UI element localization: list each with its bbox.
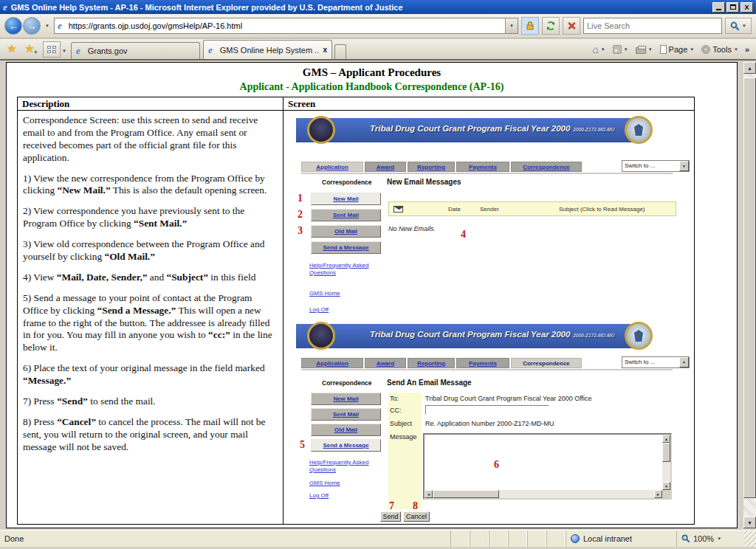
scroll-left-icon[interactable]: ◄ — [425, 490, 433, 498]
callout-2: 2 — [298, 209, 303, 221]
gms-new-mail-button[interactable]: New Mail — [311, 193, 381, 205]
gms-tab-reporting[interactable]: Reporting — [408, 358, 455, 368]
gms-sidebar-heading: Correspondence — [322, 179, 372, 186]
gms-tab-correspondence[interactable]: Correspondence — [511, 358, 582, 368]
gms-tab-application[interactable]: Application — [301, 162, 363, 172]
status-message: Done — [0, 531, 450, 547]
callout-6: 6 — [494, 459, 499, 471]
message-horizontal-scrollbar[interactable]: ◄ ► — [425, 490, 662, 498]
print-button[interactable]: ▼ — [633, 44, 656, 55]
history-dropdown-icon[interactable]: ▼ — [44, 24, 51, 28]
gms-tab-application[interactable]: Application — [301, 358, 363, 368]
description-cell: Correspondence Screen: use this screen t… — [18, 111, 284, 524]
chevron-down-icon[interactable]: ▼ — [679, 161, 689, 171]
tab-favicon-icon: e — [208, 44, 213, 56]
live-search-box[interactable] — [583, 18, 722, 34]
new-tab-stub[interactable] — [334, 44, 346, 59]
home-button[interactable]: ⌂▼ — [589, 44, 608, 55]
page-menu-button[interactable]: Page▼ — [657, 44, 698, 55]
gear-icon — [701, 45, 710, 54]
close-button[interactable]: X — [740, 2, 753, 13]
gms-home-link[interactable]: GMS Home — [309, 480, 372, 487]
tab-list-dropdown-icon[interactable]: ▼ — [61, 49, 68, 53]
tab-close-icon[interactable]: x — [323, 46, 327, 54]
stop-button[interactable] — [563, 17, 580, 35]
scrollbar-thumb[interactable] — [433, 490, 499, 498]
search-options-icon[interactable]: ▼ — [742, 24, 746, 28]
gms-sidebar-heading: Correspondence — [322, 379, 372, 387]
gms-sent-mail-button[interactable]: Sent Mail — [311, 209, 381, 221]
printer-icon — [636, 47, 646, 54]
tab-grants-gov[interactable]: e Grants.gov — [71, 42, 200, 59]
scroll-down-icon[interactable]: ▼ — [662, 482, 670, 490]
add-favorite-button[interactable]: ★+ — [21, 40, 38, 58]
tab-label: GMS Online Help System ... — [220, 46, 320, 55]
security-lock-button[interactable] — [521, 17, 539, 35]
address-dropdown-button[interactable]: ▼ — [505, 18, 518, 33]
gms-send-button[interactable]: Send — [380, 511, 401, 522]
gms-log-off-link[interactable]: Log Off — [309, 492, 372, 500]
back-button[interactable]: ← — [4, 17, 22, 35]
scroll-up-icon[interactable]: ▲ — [743, 62, 756, 74]
zoom-dropdown-icon[interactable]: ▼ — [717, 536, 721, 541]
message-textarea[interactable]: ▲ ▼ ◄ ► — [423, 433, 672, 500]
restore-button[interactable] — [726, 2, 739, 13]
gms-tab-award[interactable]: Award — [365, 358, 406, 368]
gms-screenshot-2: Tribal Drug Court Grant Program Fiscal Y… — [284, 324, 694, 524]
tools-menu-button[interactable]: Tools▼ — [698, 44, 741, 55]
gms-sent-mail-button[interactable]: Sent Mail — [311, 408, 381, 421]
divider — [301, 173, 673, 174]
table-header-row: Description Screen — [18, 97, 694, 111]
forward-button[interactable]: → — [23, 17, 41, 35]
scrollbar-thumb[interactable] — [662, 443, 670, 462]
gms-home-link[interactable]: GMS Home — [309, 290, 372, 297]
zoom-control[interactable]: 100% ▼ — [676, 531, 744, 547]
gms-tab-correspondence[interactable]: Correspondence — [511, 162, 582, 172]
tab-favicon-icon: e — [76, 45, 80, 57]
window-title: GMS Online Help System - AP-16 - Microso… — [11, 3, 712, 12]
ojp-seal-icon — [625, 322, 653, 350]
gms-tab-award[interactable]: Award — [365, 162, 406, 172]
envelope-icon — [394, 206, 403, 213]
gms-switch-to-select[interactable]: Switch to ...▼ — [622, 356, 690, 368]
gms-cancel-button[interactable]: Cancel — [403, 511, 430, 522]
address-bar[interactable]: e https://grants.ojp.usdoj.gov/gmsHelp/A… — [54, 18, 518, 34]
gms-send-a-message-button[interactable]: Send a Message — [311, 241, 381, 254]
search-input[interactable] — [584, 21, 721, 30]
cc-input[interactable] — [425, 405, 549, 415]
gms-tab-bar: Application Award Reporting Payments Cor… — [301, 162, 582, 172]
address-url[interactable]: https://grants.ojp.usdoj.gov/gmsHelp/AP-… — [69, 21, 502, 30]
gms-help-faq-link[interactable]: Help/Frequently Asked Questions — [309, 262, 372, 277]
gms-tab-payments[interactable]: Payments — [456, 358, 509, 368]
gms-switch-to-select[interactable]: Switch to ...▼ — [622, 160, 690, 172]
chevron-down-icon[interactable]: ▼ — [679, 357, 689, 367]
resize-grip[interactable] — [744, 531, 756, 547]
scroll-down-icon[interactable]: ▼ — [743, 517, 756, 528]
page-title: GMS – Applicant Procedures — [7, 66, 737, 79]
scroll-up-icon[interactable]: ▲ — [662, 435, 670, 443]
page-scrollbar[interactable]: ▲ ▼ — [743, 62, 756, 528]
refresh-button[interactable] — [542, 17, 560, 35]
scroll-right-icon[interactable]: ► — [654, 490, 662, 498]
to-value: Tribal Drug Court Grant Program Fiscal Y… — [425, 395, 592, 402]
minimize-button[interactable] — [712, 2, 725, 13]
gms-send-a-message-button[interactable]: Send a Message — [311, 439, 381, 452]
message-vertical-scrollbar[interactable]: ▲ ▼ — [662, 435, 670, 490]
favorites-button[interactable]: ★ — [3, 40, 21, 58]
gms-log-off-link[interactable]: Log Off — [309, 306, 372, 314]
page-favicon-icon: e — [58, 20, 62, 32]
more-commands-chevron-icon[interactable]: » — [743, 45, 752, 54]
quick-tabs-button[interactable] — [43, 41, 61, 58]
scrollbar-thumb[interactable] — [743, 77, 756, 498]
subject-value: Re. Application Number 2000-Z172-MD-MU — [425, 420, 554, 427]
search-go-button[interactable]: ▼ — [725, 18, 752, 34]
gms-old-mail-button[interactable]: Old Mail — [311, 225, 381, 238]
gms-new-mail-button[interactable]: New Mail — [311, 393, 381, 405]
gms-tab-payments[interactable]: Payments — [456, 162, 509, 172]
gms-help-faq-link[interactable]: Help/Frequently Asked Questions — [309, 459, 372, 474]
tab-gms-online-help[interactable]: e GMS Online Help System ... x — [203, 40, 332, 59]
gms-old-mail-button[interactable]: Old Mail — [311, 424, 381, 436]
feeds-button[interactable]: ▼ — [610, 44, 631, 55]
refresh-icon — [546, 21, 556, 31]
gms-tab-reporting[interactable]: Reporting — [408, 162, 455, 172]
